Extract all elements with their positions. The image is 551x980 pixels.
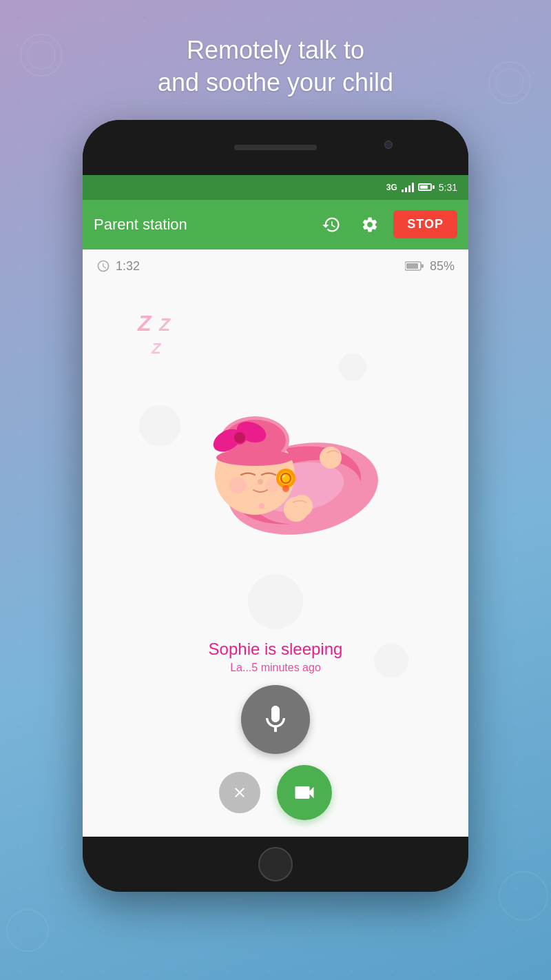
- headline-line2: and soothe your child: [158, 67, 393, 99]
- svg-point-22: [234, 432, 245, 443]
- battery-value: 85%: [430, 259, 455, 274]
- timer-display: 1:32: [96, 259, 140, 274]
- svg-point-32: [259, 503, 264, 509]
- svg-point-14: [229, 477, 246, 493]
- svg-point-5: [499, 872, 548, 920]
- svg-point-31: [320, 447, 342, 469]
- stop-button[interactable]: STOP: [393, 210, 457, 238]
- video-button[interactable]: [277, 765, 332, 820]
- phone-top-bezel: [83, 120, 468, 175]
- headline: Remotely talk to and soothe your child: [158, 34, 393, 99]
- timer-value: 1:32: [116, 259, 140, 274]
- last-active: La...5 minutes ago: [209, 662, 343, 674]
- svg-point-1: [28, 41, 55, 69]
- svg-point-28: [282, 485, 289, 492]
- settings-icon: [361, 216, 379, 234]
- svg-point-0: [21, 34, 62, 76]
- app-content: 1:32 85% Z Z Z: [83, 249, 468, 837]
- status-section: Sophie is sleeping La...5 minutes ago: [209, 640, 343, 674]
- battery-display: 85%: [405, 259, 455, 274]
- history-button[interactable]: [316, 210, 346, 240]
- headline-line1: Remotely talk to: [158, 34, 393, 67]
- phone-bottom-bezel: [83, 837, 468, 892]
- mic-button[interactable]: [241, 685, 310, 754]
- bottom-buttons: [219, 765, 332, 820]
- battery-icon: [405, 261, 424, 272]
- app-toolbar: Parent station STOP: [83, 200, 468, 249]
- speaker-slot: [234, 145, 317, 150]
- info-row: 1:32 85%: [83, 249, 468, 283]
- controls-area: [219, 685, 332, 837]
- svg-point-30: [291, 495, 313, 517]
- svg-rect-8: [421, 265, 424, 268]
- phone-frame: 3G 5:31 Parent stat: [83, 120, 468, 892]
- baby-illustration: [158, 371, 393, 551]
- home-button[interactable]: [258, 847, 293, 881]
- zzz-text: Z Z Z: [138, 311, 170, 358]
- svg-point-4: [7, 910, 48, 951]
- history-icon: [322, 215, 341, 234]
- svg-point-23: [258, 479, 263, 484]
- camera: [384, 141, 393, 149]
- status-time: 5:31: [439, 182, 457, 193]
- phone-screen: 3G 5:31 Parent stat: [83, 175, 468, 837]
- mic-icon: [259, 703, 292, 736]
- close-button[interactable]: [219, 772, 260, 813]
- toolbar-title: Parent station: [94, 216, 308, 234]
- svg-point-3: [496, 69, 523, 96]
- status-icons: 3G 5:31: [386, 182, 457, 193]
- signal-icon: [402, 183, 414, 192]
- baby-area: Z Z Z: [83, 283, 468, 640]
- status-bar: 3G 5:31: [83, 175, 468, 200]
- battery-status-icon: [418, 183, 435, 191]
- close-icon: [231, 784, 248, 801]
- network-label: 3G: [386, 183, 397, 192]
- svg-point-18: [216, 449, 293, 466]
- settings-button[interactable]: [355, 210, 385, 240]
- sleeping-status: Sophie is sleeping: [209, 640, 343, 659]
- clock-icon: [96, 259, 110, 273]
- video-icon: [292, 780, 317, 805]
- svg-point-2: [489, 62, 530, 103]
- svg-rect-7: [406, 263, 418, 269]
